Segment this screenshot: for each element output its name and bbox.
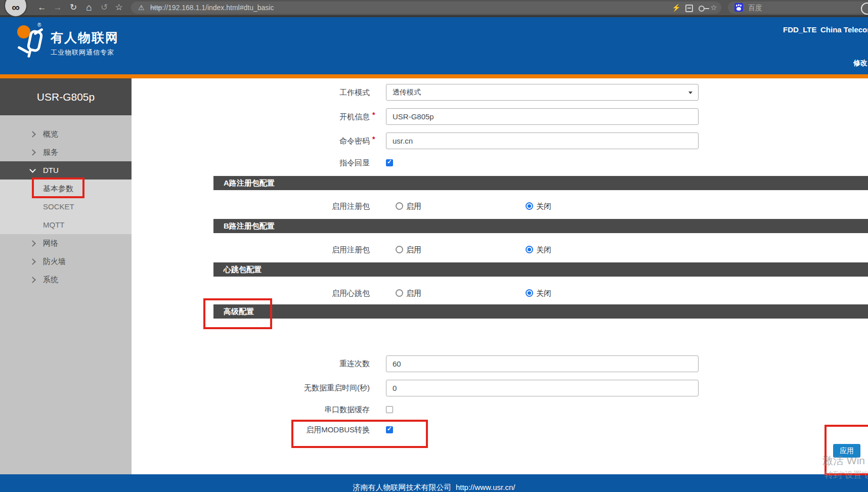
sidebar-item-overview[interactable]: 概览	[0, 125, 132, 143]
footer-text: 济南有人物联网技术有限公司 http://www.usr.cn/	[0, 483, 868, 492]
reconnect-times-input[interactable]	[386, 355, 699, 372]
footer-company: 济南有人物联网技术有限公司	[353, 483, 452, 491]
browser-toolbar: ∞ ← → ↻ ⌂ ↺ ☆ ⚠ http://192.168.1.1/index…	[0, 0, 868, 17]
reload-icon[interactable]: ↻	[67, 1, 80, 14]
history-icon[interactable]: ↺	[98, 1, 111, 14]
device-title: USR-G805p	[0, 78, 132, 115]
windows-activation-watermark-line2: 转到“设置”以激活	[824, 469, 868, 481]
reg-b-enable-option[interactable]: 启用	[406, 245, 421, 255]
serial-cache-checkbox[interactable]	[386, 406, 393, 413]
heartbeat-enable-radio[interactable]	[396, 289, 403, 297]
logo-head-shape	[17, 25, 30, 38]
windows-activation-watermark: 激活 Win	[822, 454, 865, 468]
chevron-right-icon	[29, 131, 36, 138]
cmd-password-input[interactable]	[386, 132, 699, 149]
reg-b-disable-option[interactable]: 关闭	[536, 245, 551, 255]
logo-person-icon: ®	[17, 22, 46, 59]
screen: ∞ ← → ↻ ⌂ ↺ ☆ ⚠ http://192.168.1.1/index…	[0, 0, 868, 492]
modify-link[interactable]: 修改	[853, 59, 867, 68]
work-mode-value: 透传模式	[393, 88, 421, 96]
work-mode-label: 工作模式	[198, 87, 370, 98]
sidebar-item-label: 防火墙	[43, 257, 66, 265]
annotation-box-basic-params	[32, 177, 84, 198]
favorite-star-icon[interactable]: ☆	[709, 2, 719, 14]
bookmark-star-icon[interactable]: ☆	[112, 1, 125, 14]
sidebar-item-dtu[interactable]: DTU	[0, 161, 132, 180]
operator-badge: China Telecom	[820, 25, 868, 34]
logo-leg-shape	[27, 49, 32, 58]
annotation-box-apply	[824, 425, 868, 475]
url-scheme-struck: http	[150, 4, 162, 12]
url-text[interactable]: http://192.168.1.1/index.html#dtu_basic	[150, 2, 274, 14]
chevron-down-icon	[688, 92, 692, 94]
sidebar-item-socket[interactable]: SOCKET	[0, 198, 132, 216]
boot-info-input[interactable]	[386, 108, 699, 125]
sidebar-item-network[interactable]: 网络	[0, 234, 132, 252]
header-accent-line	[0, 74, 868, 78]
reg-b-enable-label: 启用注册包	[198, 245, 370, 255]
forward-icon[interactable]: →	[51, 1, 64, 14]
url-rest: ://192.168.1.1/index.html#dtu_basic	[162, 4, 274, 12]
password-key-icon[interactable]	[699, 6, 705, 12]
section-header-reg-b: B路注册包配置	[213, 219, 868, 233]
section-header-advanced: 高级配置	[213, 304, 868, 319]
sidebar-item-label: 网络	[43, 239, 58, 247]
chevron-right-icon	[29, 277, 36, 283]
sidebar-item-firewall[interactable]: 防火墙	[0, 252, 132, 271]
sidebar-item-label: DTU	[43, 166, 59, 174]
reg-b-enable-radio[interactable]	[396, 246, 403, 253]
heartbeat-disable-option[interactable]: 关闭	[536, 288, 551, 298]
work-mode-select[interactable]: 透传模式	[386, 84, 699, 101]
reg-a-disable-option[interactable]: 关闭	[536, 201, 551, 211]
sidebar-item-system[interactable]: 系统	[0, 271, 132, 289]
address-bar[interactable]: ⚠ http://192.168.1.1/index.html#dtu_basi…	[131, 2, 721, 14]
boot-info-label: 开机信息	[198, 112, 370, 122]
chevron-right-icon	[29, 240, 36, 247]
chevron-right-icon	[29, 149, 36, 156]
sidebar-item-service[interactable]: 服务	[0, 143, 132, 161]
not-secure-warning-icon[interactable]: ⚠	[138, 2, 145, 14]
section-header-heartbeat: 心跳包配置	[213, 262, 868, 277]
brand-slogan: 工业物联网通信专家	[51, 48, 114, 57]
home-icon[interactable]: ⌂	[82, 1, 96, 14]
heartbeat-disable-radio[interactable]	[526, 289, 533, 297]
back-icon[interactable]: ←	[35, 1, 49, 14]
cmd-password-label: 命令密码	[198, 136, 370, 146]
chevron-right-icon	[29, 258, 36, 265]
sidebar-item-label: 系统	[43, 275, 58, 284]
sidebar-item-mqtt[interactable]: MQTT	[0, 216, 132, 234]
sidebar-item-label: 服务	[43, 148, 58, 156]
section-header-reg-a: A路注册包配置	[213, 176, 868, 190]
no-data-restart-label: 无数据重启时间(秒)	[198, 383, 370, 393]
annotation-box-modbus	[291, 420, 428, 448]
chevron-down-icon	[29, 166, 36, 173]
heartbeat-enable-label: 启用心跳包	[198, 288, 370, 298]
cmd-echo-checkbox[interactable]	[386, 159, 393, 166]
reg-a-enable-label: 启用注册包	[198, 201, 370, 211]
registered-mark: ®	[37, 22, 41, 28]
baidu-paw-icon	[734, 3, 743, 12]
search-box[interactable]: 百度	[728, 2, 868, 14]
required-asterisk: *	[372, 135, 378, 143]
sidebar-item-label: 概览	[43, 129, 58, 138]
reg-a-enable-radio[interactable]	[396, 202, 403, 210]
sidebar: USR-G805p 概览 服务 DTU 基本参数 SOCKET MQTT 网络 …	[0, 78, 132, 474]
browser-avatar-icon[interactable]: ∞	[4, 0, 27, 17]
reconnect-times-label: 重连次数	[198, 359, 370, 369]
heartbeat-enable-option[interactable]: 启用	[406, 288, 421, 298]
required-asterisk: *	[372, 111, 378, 119]
annotation-box-advanced	[203, 298, 272, 329]
reg-b-disable-radio[interactable]	[526, 246, 533, 253]
flash-icon[interactable]: ⚡	[671, 2, 681, 14]
serial-cache-label: 串口数据缓存	[198, 405, 370, 415]
brand-title: 有人物联网	[51, 29, 119, 46]
no-data-restart-input[interactable]	[386, 380, 699, 396]
cmd-echo-label: 指令回显	[198, 158, 370, 168]
footer-url[interactable]: http://www.usr.cn/	[456, 483, 515, 491]
footer: 济南有人物联网技术有限公司 http://www.usr.cn/	[0, 474, 868, 492]
reg-a-enable-option[interactable]: 启用	[406, 201, 421, 211]
search-engine-label: 百度	[748, 2, 762, 14]
screenshot-frame-icon[interactable]	[685, 5, 693, 12]
network-type-badge: FDD_LTE	[783, 25, 816, 34]
reg-a-disable-radio[interactable]	[526, 202, 533, 210]
